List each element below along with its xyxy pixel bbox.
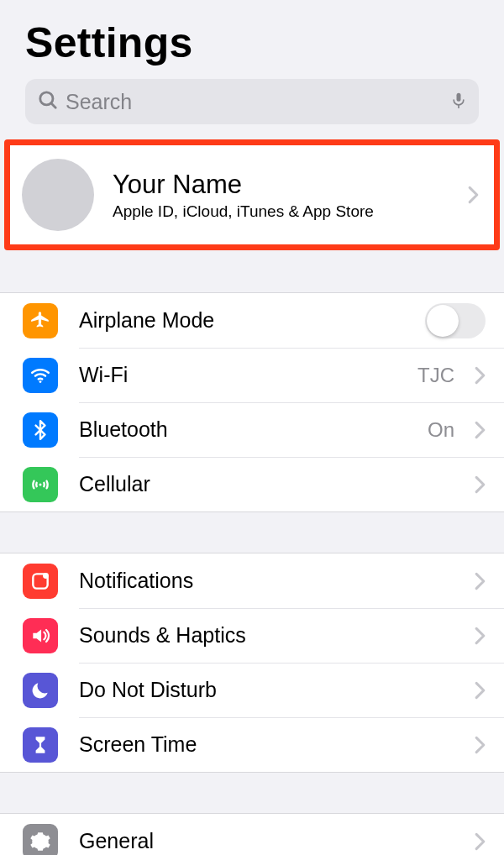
microphone-icon[interactable] bbox=[450, 88, 467, 115]
chevron-right-icon bbox=[475, 832, 486, 851]
bluetooth-label: Bluetooth bbox=[79, 417, 428, 442]
apple-id-row[interactable]: Your Name Apple ID, iCloud, iTunes & App… bbox=[10, 145, 494, 244]
svg-point-7 bbox=[43, 573, 49, 579]
search-input[interactable]: Search bbox=[25, 79, 479, 124]
airplane-mode-toggle[interactable] bbox=[425, 303, 486, 338]
svg-point-5 bbox=[39, 483, 41, 485]
airplane-mode-label: Airplane Mode bbox=[79, 308, 425, 333]
notifications-label: Notifications bbox=[79, 569, 466, 593]
wifi-icon bbox=[23, 358, 58, 393]
apple-id-highlight: Your Name Apple ID, iCloud, iTunes & App… bbox=[4, 139, 500, 250]
page-title: Settings bbox=[0, 0, 504, 79]
dnd-label: Do Not Disturb bbox=[79, 678, 466, 702]
bluetooth-icon bbox=[23, 412, 58, 448]
chevron-right-icon bbox=[468, 186, 479, 204]
search-icon bbox=[37, 89, 59, 114]
wifi-value: TJC bbox=[417, 364, 454, 387]
sounds-row[interactable]: Sounds & Haptics bbox=[0, 608, 504, 663]
notifications-row[interactable]: Notifications bbox=[0, 553, 504, 608]
chevron-right-icon bbox=[475, 681, 486, 700]
airplane-icon bbox=[23, 303, 58, 338]
bluetooth-value: On bbox=[428, 418, 454, 442]
gear-icon bbox=[23, 824, 58, 856]
connectivity-section: Airplane Mode Wi-Fi TJC Bluetooth On bbox=[0, 292, 504, 512]
sounds-icon bbox=[23, 618, 58, 653]
cellular-icon bbox=[23, 467, 58, 502]
sounds-label: Sounds & Haptics bbox=[79, 623, 466, 648]
hourglass-icon bbox=[23, 727, 58, 763]
general-section: General bbox=[0, 813, 504, 855]
wifi-row[interactable]: Wi-Fi TJC bbox=[0, 348, 504, 402]
screen-time-row[interactable]: Screen Time bbox=[0, 717, 504, 772]
notifications-section: Notifications Sounds & Haptics Do Not Di… bbox=[0, 553, 504, 773]
chevron-right-icon bbox=[475, 421, 486, 439]
chevron-right-icon bbox=[475, 475, 486, 494]
search-placeholder: Search bbox=[66, 90, 450, 114]
chevron-right-icon bbox=[475, 627, 486, 645]
bluetooth-row[interactable]: Bluetooth On bbox=[0, 402, 504, 457]
cellular-row[interactable]: Cellular bbox=[0, 457, 504, 511]
profile-subtitle: Apple ID, iCloud, iTunes & App Store bbox=[113, 202, 459, 221]
airplane-mode-row[interactable]: Airplane Mode bbox=[0, 293, 504, 348]
dnd-row[interactable]: Do Not Disturb bbox=[0, 663, 504, 717]
cellular-label: Cellular bbox=[79, 472, 466, 496]
avatar bbox=[22, 159, 94, 231]
general-label: General bbox=[79, 829, 466, 853]
toggle-knob bbox=[427, 305, 459, 337]
moon-icon bbox=[23, 673, 58, 708]
wifi-label: Wi-Fi bbox=[79, 363, 417, 387]
chevron-right-icon bbox=[475, 736, 486, 754]
general-row[interactable]: General bbox=[0, 814, 504, 855]
profile-name: Your Name bbox=[113, 170, 459, 200]
chevron-right-icon bbox=[475, 366, 486, 385]
svg-line-1 bbox=[51, 103, 55, 108]
screen-time-label: Screen Time bbox=[79, 732, 466, 757]
notifications-icon bbox=[23, 564, 58, 599]
chevron-right-icon bbox=[475, 572, 486, 590]
svg-point-4 bbox=[39, 380, 42, 383]
svg-rect-2 bbox=[457, 93, 461, 102]
